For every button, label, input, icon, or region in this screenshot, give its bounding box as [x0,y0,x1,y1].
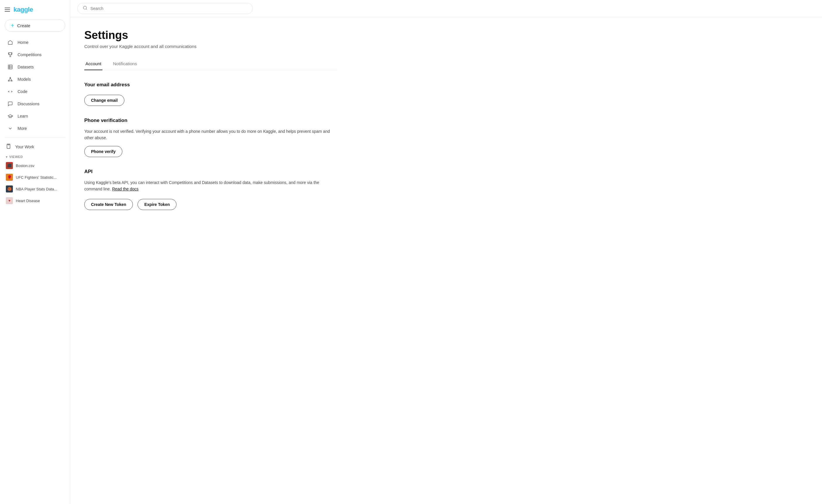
search-icon [83,6,87,11]
sidebar-item-label: Learn [18,114,28,118]
main-content: Settings Control over your Kaggle accoun… [70,0,822,504]
heart-thumbnail: ♥ [6,197,13,204]
topbar [70,0,822,17]
create-label: Create [17,23,30,28]
tab-account[interactable]: Account [84,58,102,70]
read-docs-link[interactable]: Read the docs [112,186,138,191]
your-work-label: Your Work [15,144,34,149]
sidebar-item-more[interactable]: More [1,122,69,134]
list-item[interactable]: ⬛ Boston.csv [0,160,70,171]
svg-point-11 [83,6,87,9]
sidebar-item-discussions[interactable]: Discussions [1,98,69,110]
viewed-item-label: UFC Fighters' Statistic... [16,175,57,179]
viewed-section-label: ▾ VIEWED [0,153,70,160]
learn-icon [7,113,13,119]
svg-rect-0 [8,65,12,69]
list-item[interactable]: 🏀 NBA Player Stats Data... [0,183,70,195]
sidebar-item-datasets[interactable]: Datasets [1,61,69,73]
phone-section-desc: Your account is not verified. Verifying … [84,128,336,141]
sidebar-item-learn[interactable]: Learn [1,110,69,122]
sidebar-item-your-work[interactable]: Your Work [0,141,70,153]
sidebar-item-label: Competitions [18,52,42,57]
plus-icon: + [11,23,14,28]
sidebar-item-home[interactable]: Home [1,36,69,49]
sidebar-item-label: Discussions [18,101,39,106]
discussions-icon [7,101,13,107]
settings-content: Settings Control over your Kaggle accoun… [70,17,351,233]
expire-token-button[interactable]: Expire Token [137,199,176,210]
svg-point-4 [10,77,11,78]
list-item[interactable]: 🥊 UFC Fighters' Statistic... [0,171,70,183]
chevron-small-icon: ▾ [6,155,8,158]
home-icon [7,39,13,46]
sidebar-item-label: Code [18,89,27,94]
sidebar-item-label: More [18,126,27,131]
sidebar-header: kaggle [0,4,70,18]
create-new-token-button[interactable]: Create New Token [84,199,133,210]
viewed-item-label: Heart Disease [16,198,40,203]
chevron-down-icon [7,125,13,132]
boston-thumbnail: ⬛ [6,162,13,169]
sidebar-divider [5,137,65,138]
api-section-title: API [84,169,337,175]
clipboard-icon [6,144,11,150]
viewed-item-label: Boston.csv [16,163,35,168]
svg-point-6 [11,80,12,81]
phone-verify-button[interactable]: Phone verify [84,146,122,157]
phone-section: Phone verification Your account is not v… [84,118,337,157]
sidebar-item-label: Models [18,77,31,82]
settings-tabs: Account Notifications [84,58,337,70]
create-button[interactable]: + Create [5,19,65,32]
tab-notifications[interactable]: Notifications [112,58,138,70]
sidebar-item-models[interactable]: Models [1,73,69,85]
sidebar-item-competitions[interactable]: Competitions [1,49,69,61]
sidebar-item-label: Datasets [18,65,34,69]
model-icon [7,76,13,82]
svg-line-7 [9,78,10,80]
sidebar-item-code[interactable]: Code [1,85,69,98]
sidebar-item-label: Home [18,40,28,45]
ufc-thumbnail: 🥊 [6,174,13,181]
api-section: API Using Kaggle's beta API, you can int… [84,169,337,210]
phone-section-title: Phone verification [84,118,337,123]
page-title: Settings [84,29,337,42]
api-buttons-group: Create New Token Expire Token [84,196,337,210]
kaggle-logo: kaggle [13,6,33,13]
list-item[interactable]: ♥ Heart Disease [0,195,70,206]
viewed-item-label: NBA Player Stats Data... [16,187,57,191]
svg-line-12 [86,9,87,10]
search-input[interactable] [90,6,247,11]
code-icon [7,88,13,95]
svg-rect-10 [8,144,9,145]
sidebar: kaggle + Create Home Competitions Datase… [0,0,70,504]
search-bar[interactable] [77,3,253,14]
email-section-title: Your email address [84,82,337,88]
api-section-desc: Using Kaggle's beta API, you can interac… [84,179,336,192]
change-email-button[interactable]: Change email [84,95,124,106]
dataset-icon [7,64,13,70]
email-section: Your email address Change email [84,82,337,106]
nba-thumbnail: 🏀 [6,185,13,192]
hamburger-menu-icon[interactable] [5,8,10,12]
svg-line-8 [10,78,12,80]
trophy-icon [7,51,13,58]
page-subtitle: Control over your Kaggle account and all… [84,44,337,49]
svg-point-5 [8,80,9,81]
